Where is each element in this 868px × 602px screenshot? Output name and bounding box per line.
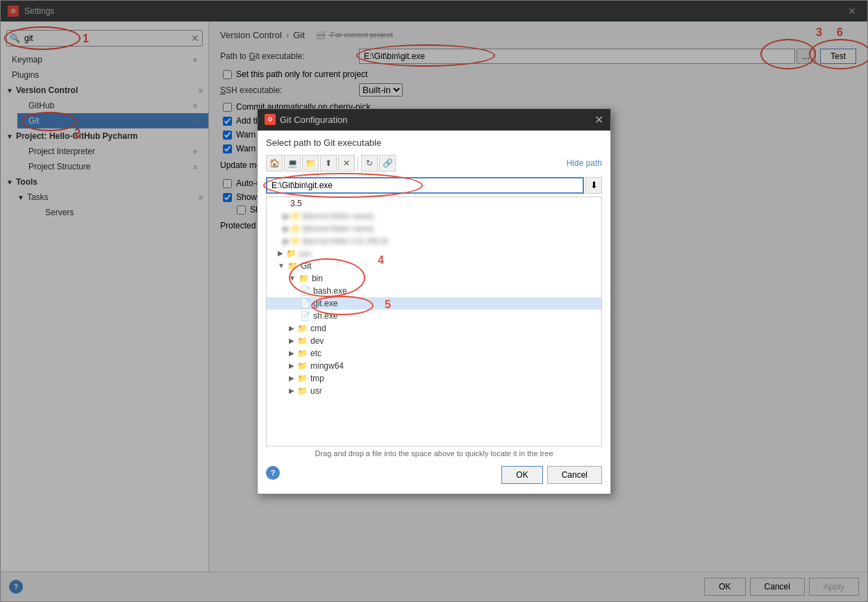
etc-icon: 📁 — [297, 349, 308, 358]
pse-label: pse — [299, 249, 312, 258]
git-config-modal: ⚙ Git Configuration ✕ Select path to Git… — [257, 108, 611, 494]
mingw64-arrow: ▶ — [289, 362, 294, 369]
sh-icon: 📄 — [300, 311, 310, 321]
git-folder-icon: 📁 — [287, 261, 298, 271]
tree-item-bin-folder[interactable]: ▼ 📁 bin — [267, 272, 601, 285]
download-btn[interactable]: ⬇ — [585, 177, 602, 194]
bin-folder-icon: 📁 — [299, 274, 309, 283]
modal-title-bar: ⚙ Git Configuration ✕ — [258, 109, 610, 131]
tree-item-git-exe[interactable]: 📄 git.exe — [267, 297, 601, 310]
hide-path-link[interactable]: Hide path — [567, 158, 602, 168]
etc-arrow: ▶ — [289, 349, 294, 357]
pse-folder-icon: 📁 — [286, 249, 297, 258]
mingw64-icon: 📁 — [297, 361, 308, 371]
annotation-5: 5 — [385, 299, 391, 311]
modal-overlay: ⚙ Git Configuration ✕ Select path to Git… — [0, 0, 868, 602]
bin-arrow: ▼ — [289, 274, 296, 282]
delete-btn[interactable]: ✕ — [338, 155, 355, 172]
blurred2-text: ▶ 📁 [blurred folder name] — [283, 224, 374, 233]
tree-item-usr[interactable]: ▶ 📁 usr — [267, 385, 601, 397]
mingw64-label: mingw64 — [310, 361, 344, 371]
modal-toolbar: 🏠 💻 📁 ⬆ ✕ ↻ 🔗 Hide path — [266, 153, 602, 173]
refresh-btn[interactable]: ↻ — [361, 155, 378, 172]
modal-ok-button[interactable]: OK — [501, 466, 542, 484]
dev-arrow: ▶ — [289, 337, 294, 344]
tree-item-bash[interactable]: 📄 bash.exe — [267, 285, 601, 297]
git-exe-wrapper: 📄 git.exe 5 — [267, 297, 601, 310]
settings-window: ⚙ Settings ✕ 🔍 ✕ 1 Keymap ≡ Plugins — [0, 0, 868, 602]
tree-item-blurred2[interactable]: ▶ 📁 [blurred folder name] — [267, 222, 601, 235]
usr-icon: 📁 — [297, 386, 308, 396]
bash-icon: 📄 — [300, 286, 310, 296]
modal-help-icon[interactable]: ? — [266, 466, 280, 480]
tree-item-sh[interactable]: 📄 sh.exe — [267, 310, 601, 322]
modal-body: Select path to Git executable 🏠 💻 📁 ⬆ ✕ … — [258, 131, 610, 494]
modal-buttons: ? OK Cancel — [266, 460, 602, 487]
tree-item-pse[interactable]: ▶ 📁 pse — [267, 247, 601, 260]
blurred3-text: ▶ 📁 [blurred 64bit 3.31.350.0] — [283, 236, 387, 246]
tree-item-git-folder[interactable]: ▼ 📁 Git — [267, 260, 601, 272]
modal-cancel-button[interactable]: Cancel — [547, 466, 602, 484]
tmp-icon: 📁 — [297, 374, 308, 383]
annotation-4: 4 — [378, 254, 384, 267]
tree-item-dev[interactable]: ▶ 📁 dev — [267, 335, 601, 347]
git-folder-label: Git — [301, 261, 311, 271]
modal-title: Git Configuration — [280, 115, 594, 125]
tree-item-cmd[interactable]: ▶ 📁 cmd — [267, 322, 601, 335]
tmp-label: tmp — [310, 374, 324, 383]
tree-item-version[interactable]: 3.5 — [267, 197, 601, 210]
version-text: 3.5 — [283, 199, 302, 208]
tree-item-mingw64[interactable]: ▶ 📁 mingw64 — [267, 360, 601, 372]
folder-btn[interactable]: 📁 — [302, 155, 319, 172]
etc-label: etc — [310, 349, 322, 358]
sh-label: sh.exe — [313, 311, 337, 321]
file-tree[interactable]: 3.5 ▶ 📁 [blurred folder name] ▶ 📁 [blurr… — [266, 197, 602, 446]
path-entry-wrapper: ⬇ — [266, 177, 602, 194]
pse-arrow: ▶ — [278, 249, 283, 257]
modal-subtitle: Select path to Git executable — [266, 137, 602, 148]
modal-close-button[interactable]: ✕ — [594, 113, 603, 126]
computer-btn[interactable]: 💻 — [284, 155, 301, 172]
usr-arrow: ▶ — [289, 387, 294, 394]
tree-item-blurred3[interactable]: ▶ 📁 [blurred 64bit 3.31.350.0] — [267, 235, 601, 247]
dev-icon: 📁 — [297, 336, 308, 346]
toolbar-separator — [358, 156, 358, 170]
tree-item-etc[interactable]: ▶ 📁 etc — [267, 347, 601, 360]
tree-item-blurred1[interactable]: ▶ 📁 [blurred folder name] — [267, 210, 601, 222]
modal-hint: Drag and drop a file into the space abov… — [266, 446, 602, 460]
git-exe-label: git.exe — [313, 299, 337, 308]
cmd-icon: 📁 — [297, 324, 308, 333]
modal-path-input[interactable] — [266, 177, 584, 194]
usr-label: usr — [310, 386, 322, 396]
git-exe-icon: 📄 — [300, 299, 310, 308]
link-btn[interactable]: 🔗 — [379, 155, 396, 172]
git-folder-wrapper: ▼ 📁 Git ▼ 📁 bin — [267, 260, 601, 285]
up-btn[interactable]: ⬆ — [320, 155, 337, 172]
tmp-arrow: ▶ — [289, 374, 294, 382]
bin-label: bin — [312, 274, 323, 283]
cmd-arrow: ▶ — [289, 324, 294, 332]
home-btn[interactable]: 🏠 — [266, 155, 283, 172]
blurred1-text: ▶ 📁 [blurred folder name] — [283, 211, 374, 221]
cmd-label: cmd — [310, 324, 326, 333]
tree-item-tmp[interactable]: ▶ 📁 tmp — [267, 372, 601, 385]
modal-icon: ⚙ — [265, 114, 276, 125]
git-folder-arrow: ▼ — [278, 262, 285, 269]
bash-label: bash.exe — [313, 286, 347, 296]
dev-label: dev — [310, 336, 324, 346]
